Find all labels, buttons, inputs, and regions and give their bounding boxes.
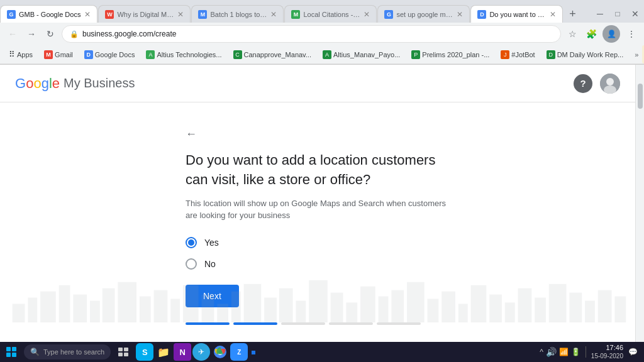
scrollbar-thumb[interactable] (638, 84, 643, 109)
back-button[interactable]: ← (5, 26, 20, 41)
svg-rect-43 (124, 348, 128, 351)
bm-google-docs[interactable]: D Google Docs (80, 49, 139, 60)
tab-local-citations[interactable]: M Local Citations - Local ... ✕ (284, 5, 377, 23)
tab-favicon-2: W (105, 10, 114, 19)
progress-segment-3 (281, 322, 325, 325)
minimize-button[interactable]: ─ (591, 5, 609, 23)
bm-dm-favicon: D (547, 50, 555, 59)
bm-canapprove[interactable]: C Canapprove_Manav... (230, 49, 315, 60)
forward-button[interactable]: → (24, 26, 39, 41)
browser-chrome: G GMB - Google Docs ✕ W Why is Digital M… (0, 0, 644, 65)
taskbar-search-bar[interactable]: 🔍 Type here to search (24, 344, 111, 359)
o-red: o (26, 75, 33, 91)
svg-rect-7 (73, 295, 87, 322)
active-chrome-indicator[interactable] (252, 349, 255, 354)
tab-close-5[interactable]: ✕ (453, 10, 463, 19)
system-tray: ^ 🔊 📶 🔋 17:46 15-09-2020 💬 (540, 344, 641, 359)
app-icon-explorer[interactable]: 📁 (155, 343, 172, 361)
yes-radio-option[interactable]: Yes (186, 237, 450, 248)
tab-favicon-6: D (477, 10, 486, 19)
bm-more-icon[interactable]: » (631, 51, 642, 58)
no-radio-button[interactable] (186, 258, 197, 270)
bm-apps[interactable]: ⠿ Apps (5, 48, 36, 60)
windows-logo-icon (6, 347, 16, 357)
bm-gmail-favicon: M (44, 50, 53, 59)
svg-rect-14 (183, 285, 199, 322)
svg-rect-6 (59, 285, 70, 322)
help-button[interactable]: ? (574, 74, 592, 93)
bm-prelims[interactable]: P Prelims 2020_plan -... (408, 49, 493, 60)
extension-puzzle-button[interactable]: 🧩 (584, 26, 599, 41)
close-window-button[interactable]: ✕ (626, 5, 644, 23)
gmb-product-name: My Business (64, 76, 135, 90)
bookmark-star-button[interactable]: ☆ (565, 26, 580, 41)
tab-setup-gmb[interactable]: G set up google my busi... ✕ (377, 5, 470, 23)
g-blue2: g (42, 75, 49, 91)
question-title: Do you want to add a location customers … (186, 151, 450, 190)
tab-close-2[interactable]: ✕ (174, 10, 184, 19)
svg-rect-22 (309, 280, 328, 322)
tray-battery-icon[interactable]: 🔋 (571, 348, 580, 356)
svg-rect-11 (140, 297, 151, 322)
task-view-button[interactable] (114, 343, 132, 361)
app-icon-zoom[interactable]: Z (230, 343, 248, 361)
question-subtitle: This location will show up on Google Map… (186, 197, 450, 222)
app-icon-chrome[interactable] (211, 343, 229, 361)
yes-radio-button[interactable] (186, 237, 197, 248)
scrollbar[interactable] (635, 65, 644, 343)
bm-jotbot[interactable]: J #JotBot (497, 49, 538, 60)
svg-rect-23 (331, 293, 343, 322)
system-clock[interactable]: 17:46 15-09-2020 (591, 344, 623, 359)
tray-volume-icon[interactable]: 📶 (559, 348, 569, 356)
user-avatar[interactable] (600, 74, 620, 94)
no-radio-option[interactable]: No (186, 258, 450, 270)
bm-canapprove-label: Canapprove_Manav... (244, 51, 311, 58)
restore-button[interactable]: □ (609, 5, 626, 23)
bm-dm-daily[interactable]: D DM Daily Work Rep... (543, 49, 628, 60)
bookmarks-bar: ⠿ Apps M Gmail D Google Docs A Altius Te… (0, 45, 644, 64)
svg-rect-36 (535, 298, 546, 322)
tab-favicon-1: G (7, 10, 16, 19)
tab-close-6[interactable]: ✕ (546, 10, 556, 19)
new-tab-button[interactable]: + (564, 5, 581, 23)
tray-up-arrow[interactable]: ^ (540, 348, 543, 356)
page-wrapper: Google My Business ? ← (0, 65, 644, 343)
back-navigation-button[interactable]: ← (186, 128, 197, 141)
app-icon-onenote[interactable]: N (174, 343, 191, 361)
bm-altius-payo[interactable]: A Altius_Manav_Payo... (319, 49, 404, 60)
app-icon-skype[interactable]: S (136, 343, 153, 361)
yes-radio-label: Yes (204, 238, 219, 248)
tab-favicon-4: M (291, 10, 300, 19)
tab-digital-marketing[interactable]: W Why is Digital Marketi... ✕ (98, 5, 191, 23)
bm-altius[interactable]: A Altius Technologies... (142, 49, 225, 60)
gmb-logo: Google My Business (15, 75, 135, 92)
progress-segment-4 (329, 322, 373, 325)
tab-close-4[interactable]: ✕ (360, 10, 370, 19)
menu-dots-button[interactable]: ⋮ (624, 26, 639, 41)
profile-avatar-button[interactable]: 👤 (602, 25, 620, 43)
svg-rect-37 (549, 284, 567, 322)
url-input[interactable]: 🔒 business.google.com/create (62, 25, 561, 43)
taskbar-search-icon: 🔍 (30, 348, 40, 356)
tab-do-you-want[interactable]: D Do you want to add a l... ✕ (470, 5, 563, 23)
bm-altius-favicon: A (146, 50, 155, 59)
tab-gmb-docs[interactable]: G GMB - Google Docs ✕ (0, 5, 97, 23)
url-text: business.google.com/create (82, 30, 176, 38)
reload-button[interactable]: ↻ (43, 26, 58, 41)
o-yellow: o (33, 75, 41, 91)
tab-close-3[interactable]: ✕ (267, 10, 277, 19)
svg-rect-3 (13, 304, 25, 322)
tray-network-icon[interactable]: 🔊 (546, 347, 557, 357)
start-button[interactable] (3, 343, 20, 361)
content-area: Google My Business ? ← (0, 65, 635, 343)
bm-docs-favicon: D (84, 50, 93, 59)
app-icon-telegram[interactable]: ✈ (192, 343, 210, 361)
progress-segment-5 (377, 322, 421, 325)
avatar-image (600, 74, 620, 94)
gmb-header: Google My Business ? (0, 65, 635, 102)
tab-close-1[interactable]: ✕ (80, 10, 91, 19)
svg-rect-45 (124, 353, 128, 356)
notification-center-button[interactable]: 💬 (628, 348, 638, 356)
tab-batch-blogs[interactable]: M Batch 1 blogs to Mana... ✕ (191, 5, 284, 23)
bm-gmail[interactable]: M Gmail (40, 49, 77, 60)
